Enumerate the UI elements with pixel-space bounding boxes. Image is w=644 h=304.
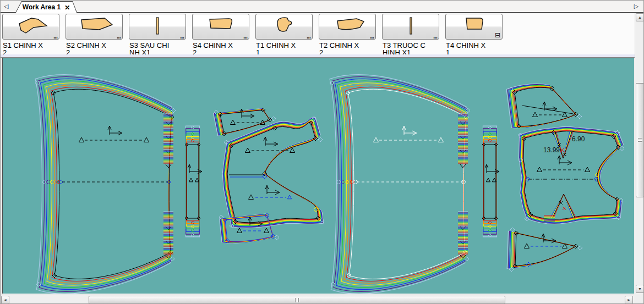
piece-thumbnail-t3[interactable]: ...	[382, 14, 439, 40]
piece-thumbnail-s1[interactable]: ...	[2, 14, 59, 40]
work-area-drawing: 13.996.90	[3, 58, 634, 294]
piece-shape-s1	[3, 14, 59, 39]
pattern-piece-large-left[interactable]	[35, 75, 176, 294]
measurement-label: 13.99	[543, 146, 560, 154]
piece-thumbnail-t1[interactable]: ...	[255, 14, 313, 40]
piece-item-s3: ... S3 SAU CHINH X1	[129, 14, 190, 57]
piece-thumbnail-t4[interactable]: ⊟	[445, 14, 503, 40]
scroll-left-icon[interactable]: ◄	[1, 296, 9, 304]
piece-label-line1: S2 CHINH X	[66, 41, 106, 49]
horizontal-scrollbar[interactable]: ◄ ►	[1, 295, 634, 304]
tab-scroll-right-icon[interactable]: ▷	[632, 2, 640, 10]
piece-thumbnail-panel: ... S1 CHINH X2 ... S2 CHINH X2 ... S3 S…	[1, 13, 635, 58]
panel-bottom-strip	[1, 54, 635, 57]
piece-label-line1: T4 CHINH X	[446, 41, 485, 49]
tab-title: Work Area 1	[23, 3, 61, 11]
scroll-up-icon[interactable]: ▲	[636, 13, 644, 21]
pattern-piece-strip-right[interactable]	[482, 126, 499, 237]
pattern-design-window: ◁ Work Area 1 ✕ ▷ ... S1 CHINH X2 ...	[0, 0, 644, 304]
piece-shape-t3	[383, 14, 439, 39]
horizontal-scrollbar-thumb[interactable]	[89, 296, 505, 304]
piece-label-line1: T2 CHINH X	[319, 41, 359, 49]
more-options-icon[interactable]: ...	[243, 33, 247, 40]
piece-item-t2: ... T2 CHINH X2	[319, 14, 380, 57]
scroll-down-icon[interactable]: ▼	[636, 285, 644, 293]
more-options-icon[interactable]: ...	[370, 33, 374, 40]
piece-item-t1: ... T1 CHINH X1	[255, 14, 317, 57]
pattern-piece-body-mid[interactable]	[222, 117, 324, 228]
vertical-scrollbar[interactable]: ▲ ▼	[635, 13, 644, 294]
piece-item-s2: ... S2 CHINH X2	[66, 14, 127, 57]
tab-close-icon[interactable]: ✕	[64, 4, 70, 12]
piece-label-line1: S4 CHINH X	[193, 41, 233, 49]
piece-thumbnail-s3[interactable]: ...	[129, 14, 186, 40]
more-options-icon[interactable]: ...	[180, 33, 184, 40]
more-options-icon[interactable]: ...	[433, 33, 437, 40]
more-options-icon[interactable]: ...	[53, 33, 57, 40]
piece-item-s1: ... S1 CHINH X2	[2, 14, 64, 57]
piece-shape-t2	[319, 14, 375, 39]
pattern-piece-strip-left[interactable]	[185, 126, 202, 237]
scrollbar-grip	[638, 138, 642, 142]
measurement-label: 6.90	[572, 135, 585, 143]
piece-shape-t4	[446, 14, 502, 39]
piece-shape-s2	[66, 14, 122, 39]
scrollbar-corner	[635, 295, 644, 304]
piece-shape-t1	[256, 14, 312, 39]
piece-label-line1: S1 CHINH X	[3, 41, 43, 49]
piece-thumbnail-s2[interactable]: ...	[66, 14, 123, 40]
piece-item-t4: ⊟ T4 CHINH X1	[445, 14, 507, 57]
piece-item-t3: ... T3 TRUOC CHINH X1	[382, 14, 444, 57]
pattern-piece-wedge-right[interactable]	[507, 228, 582, 272]
tab-scroll-left-icon[interactable]: ◁	[2, 2, 10, 10]
pattern-piece-bodice-right[interactable]: 13.996.90	[518, 126, 624, 224]
more-options-icon[interactable]: ...	[307, 33, 310, 40]
piece-label-line1: T1 CHINH X	[256, 41, 296, 49]
scroll-right-icon[interactable]: ►	[625, 296, 633, 304]
piece-item-s4: ... S4 CHINH X2	[192, 14, 254, 57]
more-options-icon[interactable]: ...	[117, 33, 121, 40]
piece-shape-s3	[129, 14, 185, 39]
tab-work-area-1[interactable]: Work Area 1 ✕	[15, 1, 77, 13]
piece-board-icon[interactable]: ⊟	[495, 32, 500, 38]
vertical-scrollbar-thumb[interactable]	[636, 83, 644, 197]
tab-bar: ◁ Work Area 1 ✕ ▷	[1, 1, 644, 13]
work-area-canvas[interactable]: 13.996.90	[2, 58, 634, 294]
pattern-piece-large-right-selected[interactable]	[330, 75, 470, 294]
piece-shape-s4	[193, 14, 249, 39]
scrollbar-grip	[295, 298, 299, 302]
pattern-piece-top-right[interactable]	[506, 84, 582, 128]
piece-thumbnail-t2[interactable]: ...	[319, 14, 376, 40]
piece-thumbnail-s4[interactable]: ...	[192, 14, 249, 40]
